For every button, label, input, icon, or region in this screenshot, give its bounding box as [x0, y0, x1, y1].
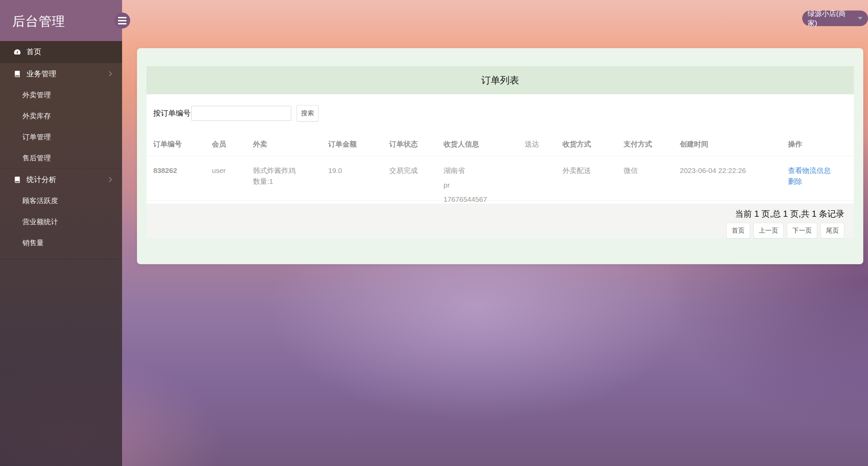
sidebar-item-label: 首页	[26, 47, 41, 57]
first-page-button[interactable]: 首页	[726, 223, 750, 238]
sidebar-section-label: 业务管理	[26, 69, 56, 79]
search-bar: 按订单编号 搜索	[146, 94, 854, 132]
sidebar-item-sales-volume[interactable]: 销售量	[0, 232, 122, 253]
prev-page-button[interactable]: 上一页	[753, 223, 784, 238]
takeout-qty: 数量:1	[253, 176, 328, 187]
caret-down-icon	[858, 17, 863, 20]
book-icon	[13, 176, 22, 184]
col-header-amount: 订单金额	[328, 139, 389, 149]
col-header-receiver: 收货人信息	[443, 139, 525, 149]
chevron-right-icon	[107, 71, 112, 77]
sidebar-item-home[interactable]: 首页	[0, 41, 122, 63]
col-header-actions: 操作	[788, 139, 854, 149]
sidebar-section-business[interactable]: 业务管理	[0, 63, 122, 84]
sidebar-item-aftersale-management[interactable]: 售后管理	[0, 148, 122, 169]
sidebar-item-customer-activity[interactable]: 顾客活跃度	[0, 190, 122, 211]
col-header-delivery-method: 收货方式	[563, 139, 624, 149]
sidebar-item-takeout-management[interactable]: 外卖管理	[0, 84, 122, 105]
sidebar-item-revenue-statistics[interactable]: 营业额统计	[0, 211, 122, 232]
table-header-row: 订单编号 会员 外卖 订单金额 订单状态 收货人信息 送达 收货方式 支付方式 …	[146, 132, 854, 156]
sidebar-item-order-management[interactable]: 订单管理	[0, 127, 122, 148]
page-title: 订单列表	[481, 74, 519, 87]
sidebar-section-statistics[interactable]: 统计分析	[0, 169, 122, 190]
next-page-button[interactable]: 下一页	[787, 223, 817, 238]
app-title: 后台管理	[12, 13, 65, 30]
created-at-cell: 2023-06-04 22:22:26	[680, 156, 788, 209]
pagination: 当前 1 页,总 1 页,共 1 条记录 首页 上一页 下一页 尾页	[146, 203, 854, 238]
sidebar: 后台管理 首页 业务管理 外卖管理 外卖库存 订单管理 售后管理	[0, 0, 122, 466]
col-header-takeout: 外卖	[253, 139, 328, 149]
sidebar-section-label: 统计分析	[26, 175, 56, 185]
sidebar-item-takeout-inventory[interactable]: 外卖库存	[0, 105, 122, 127]
sidebar-header: 后台管理	[0, 0, 122, 41]
order-number: 838262	[153, 156, 212, 209]
col-header-status: 订单状态	[389, 139, 443, 149]
takeout-name: 韩式炸酱炸鸡	[253, 165, 328, 176]
panel-body: 按订单编号 搜索 订单编号 会员 外卖 订单金额 订单状态 收货人信息 送达 收…	[146, 94, 854, 238]
col-header-payment: 支付方式	[624, 139, 680, 149]
delivered-cell	[525, 156, 563, 209]
dashboard-icon	[13, 48, 22, 56]
col-header-created-at: 创建时间	[680, 139, 788, 149]
chevron-right-icon	[107, 177, 112, 182]
col-header-order-no: 订单编号	[153, 139, 212, 149]
member-cell: user	[212, 156, 253, 209]
last-page-button[interactable]: 尾页	[821, 223, 844, 238]
status-cell: 交易完成	[389, 156, 443, 209]
order-list-card: 订单列表 按订单编号 搜索 订单编号 会员 外卖 订单金额 订单状态 收货人信息…	[137, 48, 863, 264]
delivery-method-cell: 外卖配送	[563, 156, 624, 209]
view-logistics-link[interactable]: 查看物流信息	[788, 165, 854, 176]
merchant-dropdown[interactable]: 绿源小店(商家)	[802, 11, 868, 26]
col-header-delivered: 送达	[525, 139, 563, 149]
hamburger-icon	[118, 17, 126, 18]
divider	[0, 259, 122, 260]
actions-cell: 查看物流信息 删除	[788, 156, 854, 209]
order-no-input[interactable]	[191, 106, 291, 121]
delete-link[interactable]: 删除	[788, 176, 854, 187]
merchant-label: 绿源小店(商家)	[808, 9, 854, 28]
payment-cell: 微信	[624, 156, 680, 209]
col-header-member: 会员	[212, 139, 253, 149]
menu-toggle-button[interactable]	[114, 13, 130, 28]
receiver-cell: 湖南省 pr 17676544567	[443, 156, 525, 209]
sidebar-menu: 首页 业务管理 外卖管理 外卖库存 订单管理 售后管理 统计分析 顾客活跃度	[0, 41, 122, 260]
takeout-cell: 韩式炸酱炸鸡 数量:1	[253, 156, 328, 209]
table-row: 838262 user 韩式炸酱炸鸡 数量:1 19.0 交易完成 湖南省 pr…	[146, 156, 854, 201]
search-label: 按订单编号	[153, 108, 191, 118]
search-button[interactable]: 搜索	[297, 105, 318, 121]
book-icon	[13, 70, 22, 78]
amount-cell: 19.0	[328, 156, 389, 209]
panel-title-band: 订单列表	[146, 66, 854, 94]
